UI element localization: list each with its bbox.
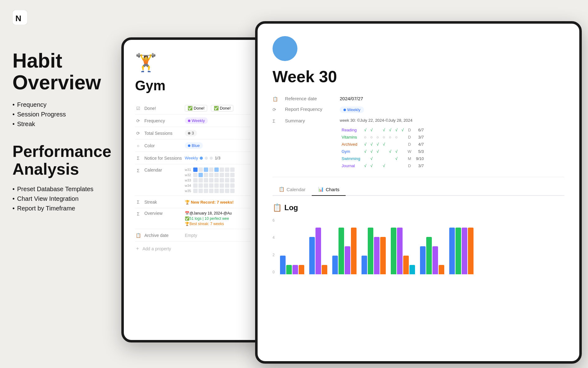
done-value: ✅ Done! ✅ Done!	[185, 105, 251, 111]
ref-date-label: Reference date	[285, 96, 335, 101]
bar	[345, 246, 350, 274]
archive-value: Empty	[185, 233, 251, 238]
tab-calendar[interactable]: 📋 Calendar	[273, 183, 312, 196]
summary-date: week 30: ©July 22, 2024-©July 28, 2024	[340, 118, 426, 123]
bar	[368, 228, 373, 274]
calendar-tab-icon: 📋	[279, 186, 285, 192]
bar	[391, 228, 396, 274]
freq-icon: ⟳	[273, 107, 280, 112]
divider	[273, 177, 564, 177]
notice-value: Weekly 1/3	[185, 156, 251, 160]
performance-title: Performance Analysis	[12, 143, 118, 178]
hero-title: Habit Overview	[12, 50, 118, 94]
bar-group-3	[332, 228, 357, 274]
bullet-preset: Preset Database Templates	[12, 186, 118, 193]
tab-charts[interactable]: 📊 Charts	[312, 183, 346, 196]
report-freq-label: Report Frequency	[285, 106, 335, 112]
bar	[403, 256, 409, 274]
add-property-button[interactable]: ＋ Add a property	[135, 242, 251, 256]
bullet-chart: Chart View Integration	[12, 195, 118, 202]
summary-label: Summary	[285, 118, 335, 123]
overview-label: Overview	[144, 211, 185, 216]
archive-date-row: 📋 Archive date Empty	[135, 229, 251, 242]
notion-logo: N	[12, 10, 27, 25]
overview-bullets: Frequency Session Progress Streak	[12, 101, 118, 128]
bar	[362, 256, 367, 274]
bar-group-2	[309, 228, 327, 274]
habit-journal: Journal √√ √ D3/7	[340, 162, 426, 169]
report-freq-value: Weekly	[340, 106, 364, 113]
bullet-session-progress: Session Progress	[12, 111, 118, 118]
bar	[439, 265, 444, 274]
bullet-frequency: Frequency	[12, 101, 118, 108]
gym-emoji: 🏋️	[135, 52, 251, 73]
habit-table: Reading √√ √√√√ D6/7 Vitamins ○○○ ○○○ D3…	[340, 126, 426, 169]
gym-title: Gym	[135, 78, 251, 93]
tablet-right: Week 30 📋 Reference date 2024/07/27 ⟳ Re…	[255, 21, 582, 364]
reference-date-row: 📋 Reference date 2024/07/27	[273, 96, 564, 101]
left-panel: Habit Overview Frequency Session Progres…	[12, 50, 118, 227]
bar	[420, 246, 426, 274]
bar	[309, 237, 315, 274]
habit-gym: Gym √√√ √√ W5/3	[340, 148, 426, 155]
calendar-icon: Σ	[135, 167, 141, 174]
habit-archived: Archived √√√ √ D4/7	[340, 141, 426, 148]
bar	[462, 228, 467, 274]
report-freq-row: ⟳ Report Frequency Weekly	[273, 106, 564, 113]
calendar-row: Σ Calendar w31 w32 w33 w34 w35	[135, 164, 251, 196]
bar	[409, 265, 415, 274]
bar	[332, 256, 338, 274]
bar	[455, 228, 461, 274]
bar-group-5	[391, 228, 415, 274]
tabs: 📋 Calendar 📊 Charts	[273, 183, 564, 196]
summary-row: Σ Summary week 30: ©July 22, 2024-©July …	[273, 118, 564, 169]
habit-reading: Reading √√ √√√√ D6/7	[340, 126, 426, 134]
bar	[449, 228, 455, 274]
date-icon: 📋	[273, 97, 280, 101]
sessions-icon: ⟳	[135, 130, 141, 136]
frequency-value: Weekly	[185, 117, 251, 124]
notice-label: Notice for Sessions	[144, 156, 185, 161]
calendar-label: Calendar	[144, 167, 185, 172]
bullet-streak: Streak	[12, 120, 118, 128]
total-sessions-row: ⟳ Total Sessions 3	[135, 127, 251, 139]
sessions-label: Total Sessions	[144, 131, 185, 136]
streak-value: 🏆 New Record: 7 weeks!	[185, 200, 251, 205]
bar	[315, 228, 321, 274]
archive-icon: 📋	[135, 232, 141, 238]
bar	[322, 265, 327, 274]
bar	[280, 256, 286, 274]
bar	[351, 228, 357, 274]
summary-content: week 30: ©July 22, 2024-©July 28, 2024 R…	[340, 118, 426, 169]
streak-icon: Σ	[135, 199, 141, 205]
bar-group-7	[449, 228, 474, 274]
performance-bullets: Preset Database Templates Chart View Int…	[12, 186, 118, 212]
streak-row: Σ Streak 🏆 New Record: 7 weeks!	[135, 196, 251, 208]
done-tag-2: ✅ Done!	[211, 105, 233, 111]
bar	[338, 228, 344, 274]
blue-tag: Blue	[185, 142, 203, 149]
sessions-tag: 3	[185, 130, 197, 136]
bar	[374, 237, 380, 274]
chart-bars	[280, 218, 564, 274]
bullet-report: Report by Timeframe	[12, 205, 118, 212]
svg-text:N: N	[16, 14, 21, 23]
habit-swimming: Swimming √ √ M9/10	[340, 155, 426, 162]
bar	[299, 265, 304, 274]
done-row: ☑ Done! ✅ Done! ✅ Done!	[135, 102, 251, 115]
color-row: ○ Color Blue	[135, 139, 251, 152]
bar-group-6	[420, 237, 444, 274]
bar	[426, 237, 432, 274]
notice-icon: Σ	[135, 155, 141, 161]
plus-icon: ＋	[135, 245, 140, 252]
bar	[380, 237, 386, 274]
log-icon: 📋	[273, 203, 282, 212]
done-tag: ✅ Done!	[185, 105, 207, 111]
frequency-label: Frequency	[144, 118, 185, 123]
archive-label: Archive date	[144, 233, 185, 238]
chart-y-labels: 6 4 2 0	[273, 218, 275, 274]
weekly-tag: Weekly	[185, 117, 208, 124]
frequency-row: ⟳ Frequency Weekly	[135, 115, 251, 127]
avatar	[273, 36, 297, 61]
frequency-icon: ⟳	[135, 118, 141, 124]
